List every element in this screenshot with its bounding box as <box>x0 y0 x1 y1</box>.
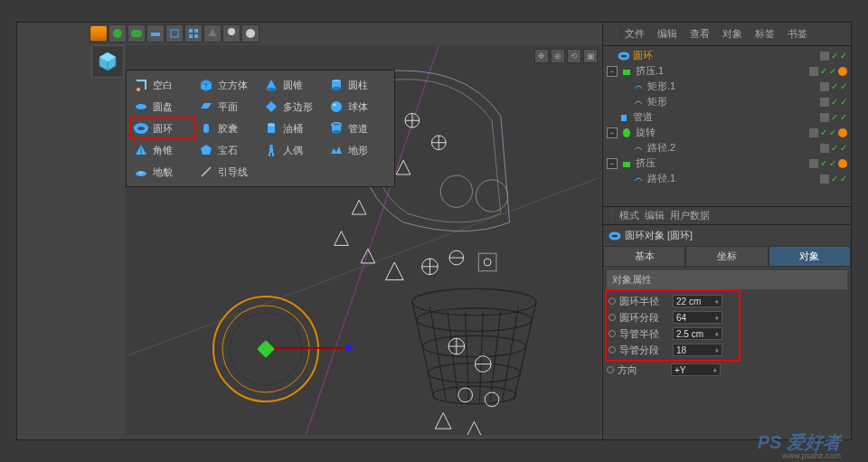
prim-platonic[interactable]: 宝石 <box>195 139 260 161</box>
tree-item-path1[interactable]: 路径.1 ✓✓ <box>603 171 851 186</box>
prim-pyramid[interactable]: 角锥 <box>130 139 195 161</box>
sphere-icon <box>328 99 344 115</box>
null-icon <box>133 77 149 93</box>
tool-btn-3[interactable] <box>127 24 146 42</box>
menu-file[interactable]: 文件 <box>619 24 650 43</box>
svg-point-10 <box>246 29 255 38</box>
prim-polygon[interactable]: 多边形 <box>260 96 326 118</box>
svg-point-46 <box>136 104 146 109</box>
tree-item-lathe[interactable]: − 旋转 ✓✓ <box>603 125 851 140</box>
svg-point-55 <box>332 130 341 134</box>
vp-rotate-icon[interactable]: ⟲ <box>567 49 581 63</box>
polygon-icon <box>263 99 279 115</box>
vp-pan-icon[interactable]: ✥ <box>534 49 549 63</box>
svg-rect-63 <box>623 70 630 75</box>
ring-segments-input[interactable]: 64 <box>673 311 722 324</box>
attr-userdata[interactable]: 用户数据 <box>670 209 710 222</box>
prim-cube[interactable]: 立方体 <box>195 74 260 96</box>
svg-rect-59 <box>272 153 274 156</box>
attribute-menu: ⋮⋮ 模式 编辑 用户数据 <box>603 206 851 225</box>
cube-icon <box>198 77 214 93</box>
prim-relief[interactable]: 地貌 <box>130 161 195 183</box>
tree-label: 圆环 <box>633 49 653 62</box>
svg-rect-50 <box>203 124 209 133</box>
tree-label: 矩形 <box>647 95 667 108</box>
svg-point-9 <box>228 28 235 35</box>
collapse-icon[interactable]: − <box>607 158 618 169</box>
prim-label: 球体 <box>348 100 368 114</box>
tree-item-torus[interactable]: 圆环 ✓✓ <box>603 48 851 63</box>
tool-btn-7[interactable] <box>203 24 222 42</box>
menu-object[interactable]: 对象 <box>717 24 748 43</box>
prim-landscape[interactable]: 地形 <box>326 139 391 161</box>
prim-label: 角锥 <box>153 144 173 157</box>
vp-max-icon[interactable]: ▣ <box>583 49 598 63</box>
prim-figure[interactable]: 人偶 <box>260 139 326 161</box>
svg-rect-7 <box>189 34 193 38</box>
vp-zoom-icon[interactable]: ⊕ <box>551 49 565 63</box>
tree-item-extrude[interactable]: − 挤压 ✓✓ <box>603 156 851 171</box>
tree-item-rect[interactable]: 矩形 ✓✓ <box>603 94 851 109</box>
svg-line-33 <box>514 302 536 400</box>
svg-rect-66 <box>623 162 630 167</box>
tree-label: 矩形.1 <box>647 80 675 93</box>
landscape-icon <box>328 142 344 158</box>
svg-rect-64 <box>621 115 627 121</box>
prim-plane[interactable]: 平面 <box>195 96 260 118</box>
prim-label: 多边形 <box>283 100 313 114</box>
prim-null[interactable]: 空白 <box>130 74 195 96</box>
cone-icon <box>263 77 279 93</box>
tool-btn-6[interactable] <box>184 24 203 42</box>
tree-label: 管道 <box>633 110 653 124</box>
axis-x[interactable] <box>266 347 347 349</box>
tool-btn-1[interactable] <box>90 24 108 42</box>
prop-pipe-radius: 导管半径 2.5 cm <box>609 325 737 342</box>
spline-icon <box>632 142 645 155</box>
tree-item-extrude1[interactable]: − 挤压.1 ✓✓ <box>603 63 851 79</box>
menu-tags[interactable]: 标签 <box>750 24 780 43</box>
prim-cone[interactable]: 圆锥 <box>260 74 326 96</box>
pipe-radius-input[interactable]: 2.5 cm <box>673 327 722 340</box>
attr-edit[interactable]: 编辑 <box>645 209 665 222</box>
tool-btn-9[interactable] <box>241 24 259 42</box>
tool-btn-4[interactable] <box>146 24 165 42</box>
attr-mode[interactable]: 模式 <box>619 209 639 222</box>
tool-btn-2[interactable] <box>108 24 127 42</box>
pipe-segments-input[interactable]: 18 <box>673 344 722 356</box>
tab-object[interactable]: 对象 <box>769 246 851 267</box>
add-primitive-button[interactable] <box>91 45 124 78</box>
prim-tube[interactable]: 管道 <box>326 118 391 139</box>
prim-torus[interactable]: 圆环 <box>130 118 195 139</box>
tube-icon <box>328 120 344 137</box>
prim-cylinder[interactable]: 圆柱 <box>326 74 391 96</box>
menu-view[interactable]: 查看 <box>684 24 715 43</box>
tab-basic[interactable]: 基本 <box>603 246 685 267</box>
tree-label: 挤压.1 <box>636 64 664 78</box>
primitives-menu: 空白 立方体 圆锥 圆柱 圆盘 平面 多边形 球体 圆环 胶囊 油桶 管道 角锥… <box>126 70 395 187</box>
prim-label: 地貌 <box>153 165 173 179</box>
tool-btn-8[interactable] <box>222 24 241 42</box>
prim-oiltank[interactable]: 油桶 <box>260 118 326 139</box>
prim-label: 胶囊 <box>218 122 238 136</box>
menu-edit[interactable]: 编辑 <box>652 24 683 43</box>
tree-item-rect1[interactable]: 矩形.1 ✓✓ <box>603 79 851 94</box>
prim-label: 宝石 <box>218 144 238 157</box>
tree-item-path2[interactable]: 路径.2 ✓✓ <box>603 140 851 156</box>
prim-sphere[interactable]: 球体 <box>326 96 391 118</box>
plane-icon <box>198 99 214 115</box>
tree-item-tube[interactable]: 管道 ✓✓ <box>603 109 851 125</box>
prim-disc[interactable]: 圆盘 <box>130 96 195 118</box>
tool-btn-5[interactable] <box>165 24 184 42</box>
collapse-icon[interactable]: − <box>607 66 618 77</box>
tree-label: 旋转 <box>636 126 656 139</box>
ring-radius-input[interactable]: 22 cm <box>673 295 722 307</box>
prim-guide[interactable]: 引导线 <box>195 161 260 183</box>
menu-bookmarks[interactable]: 书签 <box>782 24 813 43</box>
relief-icon <box>133 164 149 180</box>
collapse-icon[interactable]: − <box>607 127 618 138</box>
orientation-select[interactable]: +Y <box>671 363 721 376</box>
tab-coord[interactable]: 坐标 <box>685 246 768 267</box>
prim-capsule[interactable]: 胶囊 <box>195 118 260 139</box>
object-tree[interactable]: 圆环 ✓✓ − 挤压.1 ✓✓ 矩形.1 ✓✓ 矩形 ✓✓ <box>603 46 851 188</box>
svg-line-30 <box>479 313 483 403</box>
